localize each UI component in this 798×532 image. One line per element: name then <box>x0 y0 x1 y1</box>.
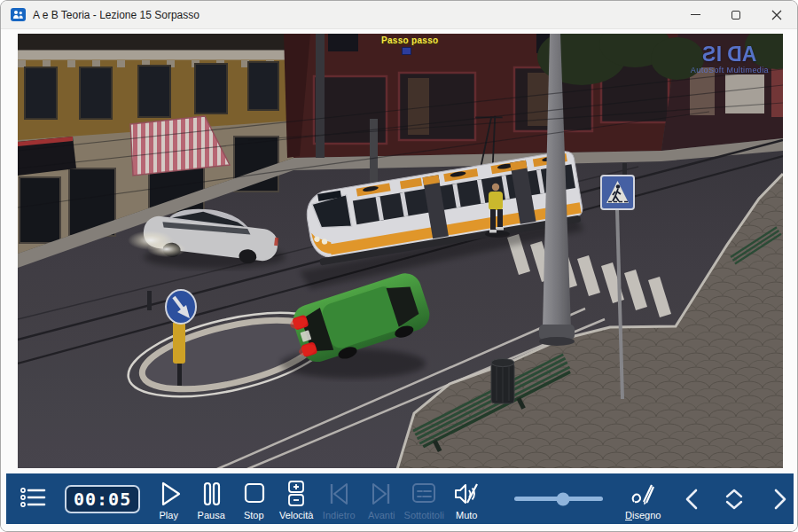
prev-button[interactable] <box>676 484 711 514</box>
app-icon <box>11 8 26 21</box>
index-menu-button[interactable] <box>17 481 49 517</box>
step-mode-label: Passo passo <box>381 35 438 45</box>
sida-logo: SIDA AutoSoft Multimedia <box>691 44 769 74</box>
chevron-left-icon <box>678 484 708 514</box>
step-marker <box>402 47 411 55</box>
mute-icon <box>450 478 483 510</box>
app-window: A e B Teoria - Lezione 15 Sorpasso <box>0 0 798 532</box>
chevron-right-icon <box>763 484 794 514</box>
title-bar: A e B Teoria - Lezione 15 Sorpasso <box>1 1 797 29</box>
step-back-button[interactable]: Indietro <box>317 478 360 520</box>
list-icon <box>17 481 49 513</box>
sida-logo-subtitle: AutoSoft Multimedia <box>691 66 769 74</box>
play-button[interactable]: Play <box>147 478 190 520</box>
minimize-button[interactable] <box>675 1 716 28</box>
pause-button[interactable]: Pausa <box>190 478 232 520</box>
step-forward-button[interactable]: Avanti <box>360 478 403 520</box>
close-icon <box>771 10 782 20</box>
subtitles-button[interactable]: Sottotitoli <box>403 478 445 520</box>
speed-icon <box>279 478 313 510</box>
pause-icon <box>194 478 228 510</box>
play-icon <box>152 478 185 510</box>
expand-collapse-button[interactable] <box>716 484 752 514</box>
stop-button[interactable]: Stop <box>232 478 275 520</box>
subtitles-icon <box>407 478 441 510</box>
next-button[interactable] <box>761 484 796 514</box>
maximize-button[interactable] <box>716 1 756 28</box>
video-viewport[interactable]: Passo passo SIDA AutoSoft Multimedia <box>18 34 783 468</box>
minimize-icon <box>691 14 700 16</box>
sida-logo-word: SIDA <box>691 44 769 64</box>
draw-button[interactable]: Disegno <box>619 478 667 520</box>
skip-back-icon <box>322 478 356 510</box>
mute-button[interactable]: Muto <box>445 478 488 520</box>
speed-button[interactable]: Velocità <box>275 478 317 520</box>
dusk-overlay <box>18 34 783 468</box>
chevron-up-down-icon <box>719 484 749 514</box>
volume-slider-thumb[interactable] <box>557 492 570 505</box>
window-bottom-edge <box>1 524 797 532</box>
playback-toolbar: 00:05 Play Pausa Stop <box>6 473 794 524</box>
close-button[interactable] <box>756 1 797 28</box>
pen-icon <box>626 478 660 510</box>
stop-icon <box>237 478 270 510</box>
skip-forward-icon <box>364 478 398 510</box>
street-scene <box>18 34 783 468</box>
timer-display: 00:05 <box>65 485 140 513</box>
volume-slider[interactable] <box>514 497 603 501</box>
maximize-icon <box>732 11 740 20</box>
people-icon <box>12 10 24 20</box>
window-title: A e B Teoria - Lezione 15 Sorpasso <box>33 9 200 21</box>
